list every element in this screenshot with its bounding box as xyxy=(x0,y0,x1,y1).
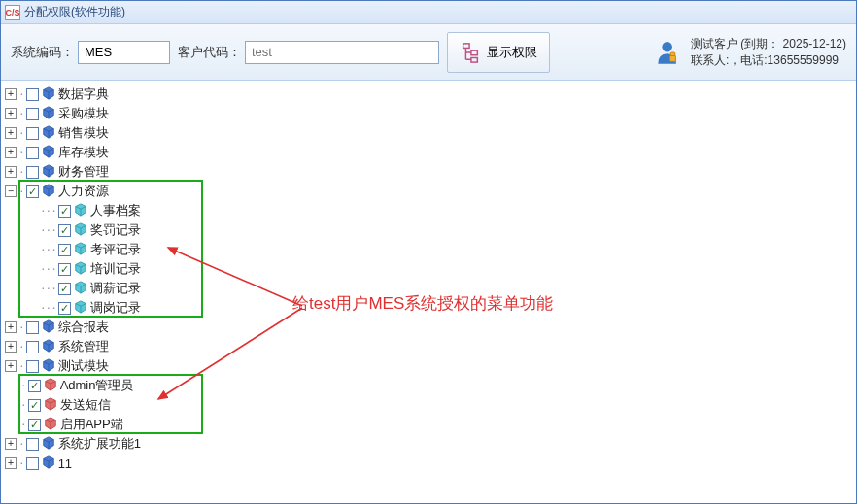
tree-node: ···✓ 人事档案 xyxy=(3,201,854,220)
cube-blue-icon xyxy=(42,184,58,200)
tree-node-label[interactable]: 采购模块 xyxy=(58,105,109,122)
expander-icon[interactable]: + xyxy=(5,457,17,469)
cube-blue-icon xyxy=(42,358,58,375)
cube-red-icon xyxy=(44,397,60,414)
expander-icon[interactable]: + xyxy=(5,88,17,100)
tree-node-label[interactable]: 发送短信 xyxy=(60,396,111,414)
tree-node-label[interactable]: 系统扩展功能1 xyxy=(58,435,141,453)
tree-node: ···✓ 调薪记录 xyxy=(3,279,854,298)
expander-icon[interactable]: + xyxy=(5,147,17,158)
tree-node-label[interactable]: 综合报表 xyxy=(58,319,109,336)
tree-node-label[interactable]: 奖罚记录 xyxy=(90,221,141,239)
checkbox[interactable]: ✓ xyxy=(58,224,71,237)
expander-icon[interactable]: − xyxy=(5,185,17,197)
tree-node: ···✓ 调岗记录 xyxy=(3,298,854,318)
syscode-label: 系统编码： xyxy=(11,44,74,61)
tree-node: +· 11 xyxy=(3,454,854,473)
expander-icon[interactable]: + xyxy=(5,360,17,372)
tree-node: +· 综合报表 xyxy=(3,318,854,337)
svg-rect-1 xyxy=(471,50,477,55)
checkbox[interactable]: ✓ xyxy=(58,205,71,218)
tree-node-label[interactable]: 销售模块 xyxy=(58,124,109,142)
window: C/S 分配权限(软件功能) 系统编码： 客户代码： 显示权限 xyxy=(0,0,857,504)
cube-blue-icon xyxy=(42,436,58,453)
svg-rect-2 xyxy=(471,57,477,62)
checkbox[interactable]: ✓ xyxy=(58,283,71,295)
tree-node-label[interactable]: 人事档案 xyxy=(90,202,141,219)
custcode-label: 客户代码： xyxy=(178,44,241,61)
checkbox[interactable] xyxy=(26,166,39,179)
checkbox[interactable] xyxy=(26,457,39,470)
checkbox[interactable]: ✓ xyxy=(28,399,41,412)
checkbox[interactable] xyxy=(26,88,39,101)
svg-point-3 xyxy=(662,41,672,51)
checkbox[interactable]: ✓ xyxy=(58,263,71,276)
cube-cyan-icon xyxy=(74,281,90,297)
tree-node: ·✓ 发送短信 xyxy=(3,395,854,415)
checkbox[interactable] xyxy=(26,127,39,140)
show-permission-label: 显示权限 xyxy=(487,44,537,61)
tree-node-label[interactable]: 库存模块 xyxy=(58,144,109,161)
custcode-input[interactable] xyxy=(245,41,439,64)
checkbox[interactable]: ✓ xyxy=(58,244,71,256)
tree-node-label[interactable]: 测试模块 xyxy=(58,357,109,375)
cube-cyan-icon xyxy=(74,222,90,239)
tree-node-label[interactable]: 调薪记录 xyxy=(90,280,141,297)
tree-node: −·✓ 人力资源 xyxy=(3,182,854,201)
tree-node-label[interactable]: 系统管理 xyxy=(58,338,109,355)
expander-icon[interactable]: + xyxy=(5,127,17,139)
tree-node-label[interactable]: 考评记录 xyxy=(90,241,141,258)
cube-blue-icon xyxy=(42,319,58,336)
checkbox[interactable]: ✓ xyxy=(58,302,71,315)
tree-node: +· 财务管理 xyxy=(3,162,854,182)
cube-cyan-icon xyxy=(74,300,90,317)
toolbar: 系统编码： 客户代码： 显示权限 测试客户 (到期： 20 xyxy=(1,24,856,81)
cube-blue-icon xyxy=(42,106,58,122)
checkbox[interactable] xyxy=(26,360,39,373)
tree-node: +· 系统管理 xyxy=(3,337,854,356)
tree-node-label[interactable]: 调岗记录 xyxy=(90,299,141,317)
tree-node: +· 系统扩展功能1 xyxy=(3,434,854,454)
expander-icon[interactable]: + xyxy=(5,341,17,353)
checkbox[interactable]: ✓ xyxy=(28,380,41,392)
tree-node: ···✓ 考评记录 xyxy=(3,240,854,259)
checkbox[interactable] xyxy=(26,341,39,353)
expander-icon[interactable]: + xyxy=(5,321,17,333)
checkbox[interactable] xyxy=(26,108,39,120)
tree-node-label[interactable]: Admin管理员 xyxy=(60,377,134,394)
tree-node: +· 数据字典 xyxy=(3,84,854,104)
checkbox[interactable]: ✓ xyxy=(26,185,39,198)
user-icon xyxy=(656,39,683,66)
tree-node: ·✓ 启用APP端 xyxy=(3,415,854,434)
tree-node: ·✓ Admin管理员 xyxy=(3,376,854,395)
tree-node-label[interactable]: 11 xyxy=(58,456,72,471)
expander-icon[interactable]: + xyxy=(5,108,17,119)
tree-node-label[interactable]: 财务管理 xyxy=(58,163,109,181)
tree-node-label[interactable]: 培训记录 xyxy=(90,260,141,278)
cube-blue-icon xyxy=(42,125,58,142)
cube-blue-icon xyxy=(42,164,58,181)
tree-node: ···✓ 培训记录 xyxy=(3,259,854,279)
permission-tree: +· 数据字典+· 采购模块+· 销售模块+· 库存模块+· 财务管理−·✓ 人… xyxy=(3,84,854,473)
tree-node: ···✓ 奖罚记录 xyxy=(3,220,854,240)
tree-node-label[interactable]: 数据字典 xyxy=(58,85,109,103)
cube-blue-icon xyxy=(42,145,58,161)
checkbox[interactable] xyxy=(26,147,39,159)
checkbox[interactable] xyxy=(26,321,39,334)
syscode-group: 系统编码： xyxy=(11,41,170,64)
cube-cyan-icon xyxy=(74,242,90,258)
expander-icon[interactable]: + xyxy=(5,166,17,178)
cube-blue-icon xyxy=(42,86,58,103)
tree-node-label[interactable]: 启用APP端 xyxy=(60,416,123,433)
hierarchy-icon xyxy=(460,42,481,63)
checkbox[interactable] xyxy=(26,438,39,451)
app-icon: C/S xyxy=(5,5,20,20)
user-line1: 测试客户 (到期： 2025-12-12) xyxy=(691,36,846,52)
expander-icon[interactable]: + xyxy=(5,438,17,450)
tree-node-label[interactable]: 人力资源 xyxy=(58,183,109,200)
show-permission-button[interactable]: 显示权限 xyxy=(447,32,550,73)
svg-rect-0 xyxy=(463,43,469,48)
cube-blue-icon xyxy=(42,455,58,472)
checkbox[interactable]: ✓ xyxy=(28,419,41,431)
syscode-input[interactable] xyxy=(78,41,170,64)
